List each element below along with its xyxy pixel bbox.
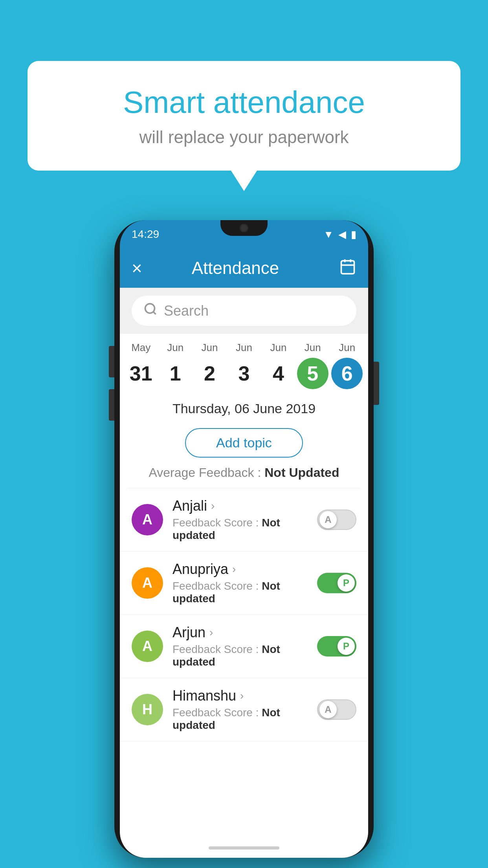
speech-bubble-container: Smart attendance will replace your paper… [28,61,460,171]
volume-up-button [109,346,114,377]
search-placeholder: Search [164,303,209,319]
cal-date: 1 [160,358,191,389]
attendance-toggle[interactable]: A [317,509,356,530]
calendar-day-6[interactable]: Jun6 [330,342,364,389]
attendance-toggle[interactable]: P [317,573,356,593]
phone-screen: 14:29 ▼ ◀ ▮ × Attendance [120,220,368,858]
student-name: Anjali › [172,498,317,514]
screen-content: Search May31Jun1Jun2Jun3Jun4Jun5Jun6 Thu… [120,288,368,838]
avg-feedback-value: Not Updated [264,465,339,480]
cal-date: 4 [262,358,294,389]
search-icon [143,302,158,320]
cal-date: 3 [228,358,260,389]
cal-month: Jun [202,342,218,354]
calendar-day-1[interactable]: Jun1 [158,342,192,389]
speech-bubble: Smart attendance will replace your paper… [28,61,460,171]
cal-month: Jun [236,342,252,354]
calendar-day-2[interactable]: Jun2 [193,342,227,389]
selected-date: Thursday, 06 June 2019 [120,393,368,424]
status-time: 14:29 [132,228,159,241]
calendar-day-3[interactable]: Jun3 [227,342,261,389]
cal-date: 5 [297,358,328,389]
attendance-toggle[interactable]: A [317,699,356,720]
app-header: × Attendance [120,248,368,288]
signal-icon: ◀ [338,228,346,241]
student-name: Anupriya › [172,561,317,577]
cal-month: May [131,342,150,354]
phone-container: 14:29 ▼ ◀ ▮ × Attendance [114,220,374,858]
student-info: Anupriya ›Feedback Score : Not updated [172,561,317,605]
toggle-knob: A [319,701,337,718]
add-topic-button[interactable]: Add topic [185,428,303,458]
svg-point-4 [145,304,155,313]
cal-month: Jun [270,342,286,354]
student-avatar: H [132,694,163,725]
student-avatar: A [132,567,163,599]
feedback-score: Feedback Score : Not updated [172,517,317,542]
phone-frame: 14:29 ▼ ◀ ▮ × Attendance [114,220,374,858]
search-bar[interactable]: Search [132,296,356,326]
header-title: Attendance [155,258,316,278]
calendar-day-4[interactable]: Jun4 [261,342,295,389]
calendar-row: May31Jun1Jun2Jun3Jun4Jun5Jun6 [120,334,368,393]
student-row[interactable]: HHimanshu ›Feedback Score : Not updatedA [120,678,368,741]
toggle-knob: A [319,511,337,528]
calendar-icon[interactable] [339,258,356,279]
student-info: Arjun ›Feedback Score : Not updated [172,624,317,668]
cal-date: 6 [331,358,363,389]
cal-month: Jun [167,342,183,354]
phone-notch [220,220,268,236]
calendar-day-5[interactable]: Jun5 [295,342,330,389]
average-feedback: Average Feedback : Not Updated [120,465,368,480]
battery-icon: ▮ [351,228,356,241]
avg-feedback-label: Average Feedback : [149,465,265,480]
volume-down-button [109,389,114,421]
feedback-score: Feedback Score : Not updated [172,580,317,605]
feedback-score: Feedback Score : Not updated [172,706,317,732]
svg-line-5 [153,312,156,314]
toggle-knob: P [338,574,355,592]
cal-date: 31 [125,358,157,389]
chevron-icon: › [209,626,213,639]
chevron-icon: › [240,690,244,702]
phone-bottom-bar [120,838,368,858]
student-name: Himanshu › [172,688,317,704]
search-bar-wrapper: Search [120,288,368,334]
front-camera [240,224,248,232]
student-avatar: A [132,631,163,662]
attendance-toggle[interactable]: P [317,636,356,657]
feedback-score: Feedback Score : Not updated [172,643,317,668]
toggle-knob: P [338,638,355,655]
cal-month: Jun [339,342,355,354]
student-row[interactable]: AAnupriya ›Feedback Score : Not updatedP [120,552,368,615]
calendar-day-31[interactable]: May31 [124,342,158,389]
wifi-icon: ▼ [323,228,334,241]
bubble-subtitle: will replace your paperwork [59,127,429,147]
close-button[interactable]: × [132,257,155,279]
student-row[interactable]: AAnjali ›Feedback Score : Not updatedA [120,488,368,552]
power-button [374,362,379,405]
bubble-title: Smart attendance [59,85,429,120]
home-indicator [209,846,279,850]
student-name: Arjun › [172,624,317,641]
student-list: AAnjali ›Feedback Score : Not updatedAAA… [120,488,368,741]
chevron-icon: › [232,563,236,576]
student-info: Anjali ›Feedback Score : Not updated [172,498,317,542]
student-row[interactable]: AArjun ›Feedback Score : Not updatedP [120,615,368,678]
chevron-icon: › [211,500,215,512]
cal-month: Jun [305,342,321,354]
svg-rect-0 [341,261,354,274]
student-avatar: A [132,504,163,535]
status-icons: ▼ ◀ ▮ [323,228,356,241]
cal-date: 2 [194,358,226,389]
student-info: Himanshu ›Feedback Score : Not updated [172,688,317,732]
